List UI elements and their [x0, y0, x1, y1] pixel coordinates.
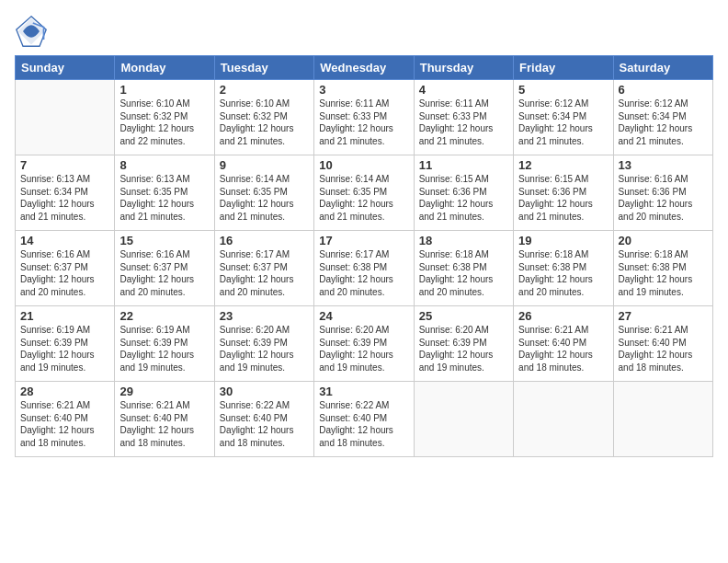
day-info: Sunrise: 6:21 AM Sunset: 6:40 PM Dayligh… — [20, 399, 109, 449]
day-number: 31 — [319, 385, 408, 398]
calendar-cell: 9Sunrise: 6:14 AM Sunset: 6:35 PM Daylig… — [214, 155, 313, 231]
day-info: Sunrise: 6:17 AM Sunset: 6:38 PM Dayligh… — [319, 248, 408, 298]
calendar-cell: 29Sunrise: 6:21 AM Sunset: 6:40 PM Dayli… — [115, 382, 214, 457]
day-info: Sunrise: 6:12 AM Sunset: 6:34 PM Dayligh… — [619, 98, 708, 147]
calendar-table: SundayMondayTuesdayWednesdayThursdayFrid… — [15, 55, 713, 457]
day-info: Sunrise: 6:19 AM Sunset: 6:39 PM Dayligh… — [119, 324, 209, 373]
day-info: Sunrise: 6:22 AM Sunset: 6:40 PM Dayligh… — [319, 399, 408, 449]
calendar-cell: 7Sunrise: 6:13 AM Sunset: 6:34 PM Daylig… — [16, 155, 115, 231]
day-number: 17 — [319, 234, 408, 247]
day-number: 5 — [518, 83, 608, 97]
day-number: 3 — [319, 83, 408, 97]
day-number: 18 — [419, 234, 508, 247]
day-info: Sunrise: 6:13 AM Sunset: 6:35 PM Dayligh… — [119, 173, 209, 223]
day-number: 9 — [220, 158, 309, 172]
day-info: Sunrise: 6:16 AM Sunset: 6:37 PM Dayligh… — [119, 248, 209, 298]
calendar-cell: 4Sunrise: 6:11 AM Sunset: 6:33 PM Daylig… — [414, 80, 513, 155]
day-number: 1 — [119, 83, 209, 97]
calendar-cell: 6Sunrise: 6:12 AM Sunset: 6:34 PM Daylig… — [613, 80, 712, 155]
calendar-cell: 25Sunrise: 6:20 AM Sunset: 6:39 PM Dayli… — [414, 306, 513, 382]
day-number: 20 — [619, 234, 708, 247]
day-number: 27 — [619, 309, 708, 323]
calendar-cell: 8Sunrise: 6:13 AM Sunset: 6:35 PM Daylig… — [115, 155, 214, 231]
day-info: Sunrise: 6:20 AM Sunset: 6:39 PM Dayligh… — [419, 324, 508, 373]
day-number: 30 — [220, 385, 309, 398]
day-info: Sunrise: 6:13 AM Sunset: 6:34 PM Dayligh… — [20, 173, 109, 223]
day-number: 22 — [119, 309, 209, 323]
weekday-header-monday: Monday — [115, 56, 214, 80]
calendar-cell: 28Sunrise: 6:21 AM Sunset: 6:40 PM Dayli… — [16, 382, 115, 457]
calendar-cell: 10Sunrise: 6:14 AM Sunset: 6:35 PM Dayli… — [314, 155, 414, 231]
calendar-cell: 15Sunrise: 6:16 AM Sunset: 6:37 PM Dayli… — [115, 231, 214, 306]
day-number: 23 — [220, 309, 309, 323]
day-info: Sunrise: 6:14 AM Sunset: 6:35 PM Dayligh… — [220, 173, 309, 223]
day-info: Sunrise: 6:15 AM Sunset: 6:36 PM Dayligh… — [518, 173, 608, 223]
calendar-cell: 23Sunrise: 6:20 AM Sunset: 6:39 PM Dayli… — [214, 306, 313, 382]
calendar-header-row: SundayMondayTuesdayWednesdayThursdayFrid… — [16, 56, 713, 80]
calendar-cell: 12Sunrise: 6:15 AM Sunset: 6:36 PM Dayli… — [514, 155, 613, 231]
calendar-cell — [613, 382, 712, 457]
calendar-cell: 24Sunrise: 6:20 AM Sunset: 6:39 PM Dayli… — [314, 306, 414, 382]
day-info: Sunrise: 6:18 AM Sunset: 6:38 PM Dayligh… — [518, 248, 608, 298]
weekday-header-friday: Friday — [514, 56, 613, 80]
calendar-cell: 16Sunrise: 6:17 AM Sunset: 6:37 PM Dayli… — [214, 231, 313, 306]
day-number: 2 — [220, 83, 309, 97]
day-number: 13 — [619, 158, 708, 172]
day-info: Sunrise: 6:10 AM Sunset: 6:32 PM Dayligh… — [220, 98, 309, 147]
day-number: 10 — [319, 158, 408, 172]
weekday-header-thursday: Thursday — [414, 56, 513, 80]
calendar-cell: 27Sunrise: 6:21 AM Sunset: 6:40 PM Dayli… — [613, 306, 712, 382]
day-number: 12 — [518, 158, 608, 172]
weekday-header-wednesday: Wednesday — [314, 56, 414, 80]
day-info: Sunrise: 6:21 AM Sunset: 6:40 PM Dayligh… — [119, 399, 209, 449]
calendar-cell: 1Sunrise: 6:10 AM Sunset: 6:32 PM Daylig… — [115, 80, 214, 155]
day-info: Sunrise: 6:18 AM Sunset: 6:38 PM Dayligh… — [419, 248, 508, 298]
weekday-header-tuesday: Tuesday — [214, 56, 313, 80]
calendar-cell: 31Sunrise: 6:22 AM Sunset: 6:40 PM Dayli… — [314, 382, 414, 457]
calendar-cell: 18Sunrise: 6:18 AM Sunset: 6:38 PM Dayli… — [414, 231, 513, 306]
day-info: Sunrise: 6:16 AM Sunset: 6:37 PM Dayligh… — [20, 248, 109, 298]
day-number: 8 — [119, 158, 209, 172]
day-info: Sunrise: 6:22 AM Sunset: 6:40 PM Dayligh… — [220, 399, 309, 449]
calendar-cell: 5Sunrise: 6:12 AM Sunset: 6:34 PM Daylig… — [514, 80, 613, 155]
calendar-cell: 30Sunrise: 6:22 AM Sunset: 6:40 PM Dayli… — [214, 382, 313, 457]
day-number: 15 — [119, 234, 209, 247]
day-info: Sunrise: 6:21 AM Sunset: 6:40 PM Dayligh… — [518, 324, 608, 373]
calendar-week-1: 1Sunrise: 6:10 AM Sunset: 6:32 PM Daylig… — [16, 80, 713, 155]
day-number: 6 — [619, 83, 708, 97]
calendar-cell: 19Sunrise: 6:18 AM Sunset: 6:38 PM Dayli… — [514, 231, 613, 306]
day-number: 7 — [20, 158, 109, 172]
page-container: SundayMondayTuesdayWednesdayThursdayFrid… — [0, 0, 728, 563]
day-info: Sunrise: 6:11 AM Sunset: 6:33 PM Dayligh… — [419, 98, 508, 147]
day-number: 14 — [20, 234, 109, 247]
day-info: Sunrise: 6:12 AM Sunset: 6:34 PM Dayligh… — [518, 98, 608, 147]
day-info: Sunrise: 6:11 AM Sunset: 6:33 PM Dayligh… — [319, 98, 408, 147]
day-number: 4 — [419, 83, 508, 97]
logo-icon — [15, 15, 48, 48]
day-info: Sunrise: 6:20 AM Sunset: 6:39 PM Dayligh… — [319, 324, 408, 373]
day-info: Sunrise: 6:10 AM Sunset: 6:32 PM Dayligh… — [119, 98, 209, 147]
calendar-cell: 13Sunrise: 6:16 AM Sunset: 6:36 PM Dayli… — [613, 155, 712, 231]
calendar-cell: 26Sunrise: 6:21 AM Sunset: 6:40 PM Dayli… — [514, 306, 613, 382]
calendar-cell: 17Sunrise: 6:17 AM Sunset: 6:38 PM Dayli… — [314, 231, 414, 306]
calendar-cell: 3Sunrise: 6:11 AM Sunset: 6:33 PM Daylig… — [314, 80, 414, 155]
calendar-week-5: 28Sunrise: 6:21 AM Sunset: 6:40 PM Dayli… — [16, 382, 713, 457]
day-info: Sunrise: 6:20 AM Sunset: 6:39 PM Dayligh… — [220, 324, 309, 373]
logo — [15, 15, 51, 48]
day-number: 19 — [518, 234, 608, 247]
calendar-cell: 2Sunrise: 6:10 AM Sunset: 6:32 PM Daylig… — [214, 80, 313, 155]
calendar-cell — [414, 382, 513, 457]
weekday-header-sunday: Sunday — [16, 56, 115, 80]
day-number: 21 — [20, 309, 109, 323]
day-number: 25 — [419, 309, 508, 323]
calendar-cell — [514, 382, 613, 457]
calendar-week-4: 21Sunrise: 6:19 AM Sunset: 6:39 PM Dayli… — [16, 306, 713, 382]
day-info: Sunrise: 6:14 AM Sunset: 6:35 PM Dayligh… — [319, 173, 408, 223]
calendar-cell: 22Sunrise: 6:19 AM Sunset: 6:39 PM Dayli… — [115, 306, 214, 382]
weekday-header-saturday: Saturday — [613, 56, 712, 80]
day-info: Sunrise: 6:17 AM Sunset: 6:37 PM Dayligh… — [220, 248, 309, 298]
day-number: 28 — [20, 385, 109, 398]
day-info: Sunrise: 6:16 AM Sunset: 6:36 PM Dayligh… — [619, 173, 708, 223]
calendar-week-2: 7Sunrise: 6:13 AM Sunset: 6:34 PM Daylig… — [16, 155, 713, 231]
day-info: Sunrise: 6:18 AM Sunset: 6:38 PM Dayligh… — [619, 248, 708, 298]
